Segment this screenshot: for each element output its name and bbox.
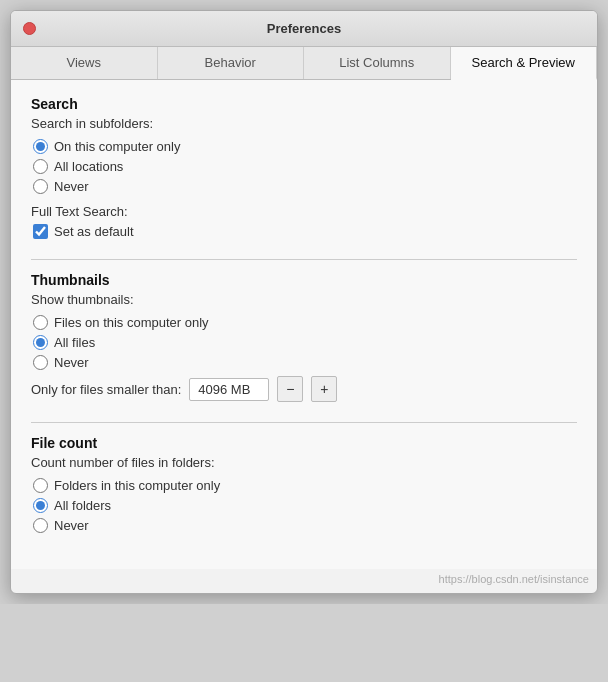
thumbnails-option-never[interactable]: Never xyxy=(33,355,577,370)
thumbnails-section-title: Thumbnails xyxy=(31,272,577,288)
search-option-on-this-computer[interactable]: On this computer only xyxy=(33,139,577,154)
filecount-subtitle: Count number of files in folders: xyxy=(31,455,577,470)
thumbnails-option-all-files[interactable]: All files xyxy=(33,335,577,350)
full-text-search-label: Full Text Search: xyxy=(31,204,577,219)
thumbnails-option-files-this-computer-label: Files on this computer only xyxy=(54,315,209,330)
filecount-option-all-folders[interactable]: All folders xyxy=(33,498,577,513)
thumbnails-option-all-files-label: All files xyxy=(54,335,95,350)
close-button[interactable] xyxy=(23,22,36,35)
full-text-checkbox-group: Set as default xyxy=(33,224,577,239)
set-as-default-checkbox-label[interactable]: Set as default xyxy=(33,224,577,239)
thumbnails-radio-group: Files on this computer only All files Ne… xyxy=(33,315,577,370)
file-size-label: Only for files smaller than: xyxy=(31,382,181,397)
search-subtitle: Search in subfolders: xyxy=(31,116,577,131)
filecount-option-never[interactable]: Never xyxy=(33,518,577,533)
filecount-radio-group: Folders in this computer only All folder… xyxy=(33,478,577,533)
search-option-all-locations[interactable]: All locations xyxy=(33,159,577,174)
search-radio-group: On this computer only All locations Neve… xyxy=(33,139,577,194)
divider-2 xyxy=(31,422,577,423)
divider-1 xyxy=(31,259,577,260)
search-option-on-this-computer-label: On this computer only xyxy=(54,139,180,154)
file-size-input[interactable] xyxy=(189,378,269,401)
search-option-all-locations-label: All locations xyxy=(54,159,123,174)
search-option-never[interactable]: Never xyxy=(33,179,577,194)
search-option-never-label: Never xyxy=(54,179,89,194)
tab-views[interactable]: Views xyxy=(11,47,158,79)
filecount-option-folders-this-computer[interactable]: Folders in this computer only xyxy=(33,478,577,493)
tab-bar: Views Behavior List Columns Search & Pre… xyxy=(11,47,597,80)
tab-behavior[interactable]: Behavior xyxy=(158,47,305,79)
content-area: Search Search in subfolders: On this com… xyxy=(11,80,597,569)
set-as-default-checkbox[interactable] xyxy=(33,224,48,239)
thumbnails-option-never-label: Never xyxy=(54,355,89,370)
filecount-section-title: File count xyxy=(31,435,577,451)
filecount-option-folders-this-computer-label: Folders in this computer only xyxy=(54,478,220,493)
increase-size-button[interactable]: + xyxy=(311,376,337,402)
tab-list-columns[interactable]: List Columns xyxy=(304,47,451,79)
window-title: Preferences xyxy=(267,21,341,36)
filecount-option-all-folders-label: All folders xyxy=(54,498,111,513)
thumbnails-option-files-this-computer[interactable]: Files on this computer only xyxy=(33,315,577,330)
filecount-section: File count Count number of files in fold… xyxy=(31,435,577,533)
thumbnails-section: Thumbnails Show thumbnails: Files on thi… xyxy=(31,272,577,402)
decrease-size-button[interactable]: − xyxy=(277,376,303,402)
thumbnails-subtitle: Show thumbnails: xyxy=(31,292,577,307)
search-section-title: Search xyxy=(31,96,577,112)
file-size-row: Only for files smaller than: − + xyxy=(31,376,577,402)
filecount-option-never-label: Never xyxy=(54,518,89,533)
title-bar: Preferences xyxy=(11,11,597,47)
set-as-default-label: Set as default xyxy=(54,224,134,239)
watermark: https://blog.csdn.net/isinstance xyxy=(11,569,597,593)
tab-search-preview[interactable]: Search & Preview xyxy=(451,47,598,80)
search-section: Search Search in subfolders: On this com… xyxy=(31,96,577,239)
preferences-window: Preferences Views Behavior List Columns … xyxy=(10,10,598,594)
